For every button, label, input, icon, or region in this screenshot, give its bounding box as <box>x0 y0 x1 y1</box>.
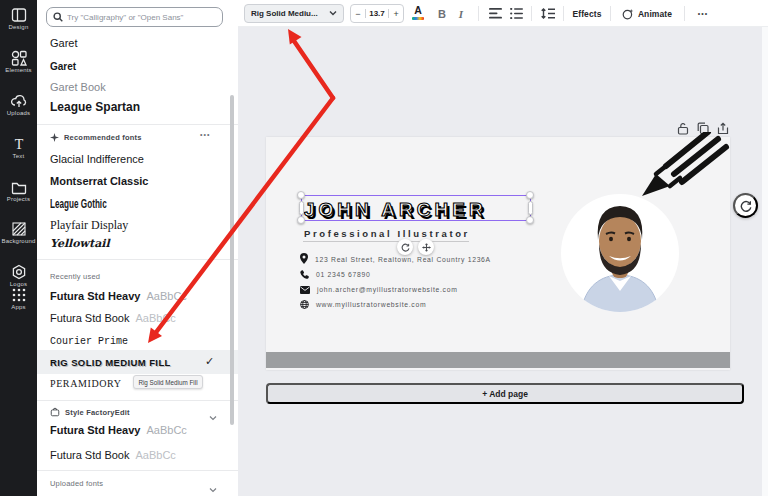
rotate-handle[interactable] <box>397 239 413 255</box>
svg-text:T: T <box>14 137 23 152</box>
selection-side-handle[interactable] <box>528 201 533 215</box>
sidebar-item-label: Uploads <box>0 110 37 116</box>
font-row-garet[interactable]: Garet <box>50 37 78 49</box>
move-handle[interactable] <box>418 239 434 255</box>
font-row-futura-book-kit[interactable]: Futura Std BookAaBbCc <box>50 449 176 461</box>
font-size-increase-button[interactable]: + <box>389 9 403 19</box>
upload-cloud-icon <box>0 93 37 109</box>
rainbow-bar <box>412 17 424 20</box>
font-size-stepper: − 13.7 + <box>350 4 404 23</box>
font-sample: AaBbCc <box>136 312 176 324</box>
background-icon <box>0 221 37 237</box>
recommended-fonts-header: Recommended fonts <box>50 133 142 142</box>
font-row-futura-book[interactable]: Futura Std BookAaBbCc <box>50 312 176 324</box>
chevron-down-icon[interactable] <box>209 407 217 425</box>
selection-handle[interactable] <box>526 216 534 224</box>
sidebar-item-label: Apps <box>0 304 37 310</box>
canvas-scrollbar-track[interactable] <box>762 27 768 496</box>
font-row-rig-solid-selected[interactable]: RIG SOLID MEDIUM FILL ✓ <box>37 350 238 374</box>
font-row-yellowtail[interactable]: Yellowtail <box>50 237 110 250</box>
selection-side-handle[interactable] <box>299 201 304 215</box>
text-align-button[interactable] <box>486 4 504 23</box>
chevron-down-icon[interactable] <box>209 479 217 496</box>
app-sidebar: Design Elements Uploads T Text Projects … <box>0 0 37 496</box>
style-kit-header[interactable]: Style FactoryEdit <box>50 407 130 417</box>
font-sample: AaBbCc <box>146 290 186 302</box>
recommended-more-button[interactable]: ••• <box>200 131 210 138</box>
sidebar-item-uploads[interactable]: Uploads <box>0 93 37 116</box>
sync-button[interactable] <box>733 193 758 218</box>
divider <box>610 6 611 21</box>
font-size-value[interactable]: 13.7 <box>365 9 389 18</box>
bullet-list-button[interactable] <box>507 4 525 23</box>
more-options-button[interactable]: ••• <box>690 4 716 23</box>
globe-icon <box>300 295 309 313</box>
recently-used-header: Recently used <box>50 272 100 281</box>
font-search-input[interactable] <box>67 13 216 22</box>
font-row-garet-book[interactable]: Garet Book <box>50 81 106 93</box>
profile-photo[interactable] <box>561 194 679 312</box>
spacing-button[interactable] <box>538 4 558 23</box>
contact-row-website[interactable]: www.myillustratorwebsite.com <box>300 295 426 313</box>
font-row-playfair-display[interactable]: Playfair Display <box>50 218 128 233</box>
font-row-futura-heavy[interactable]: Futura Std HeavyAaBbCc <box>50 290 187 302</box>
animate-button[interactable]: Animate <box>616 4 678 23</box>
design-icon <box>0 7 37 23</box>
animate-icon <box>622 8 634 20</box>
font-size-decrease-button[interactable]: − <box>351 9 365 19</box>
font-sample: AaBbCc <box>146 424 186 436</box>
divider <box>37 470 238 471</box>
divider <box>37 124 238 125</box>
uploaded-fonts-header[interactable]: Uploaded fonts <box>50 479 103 488</box>
add-page-button[interactable]: + Add page <box>266 383 744 404</box>
brand-kit-icon <box>50 407 60 417</box>
font-panel: Garet Garet Garet Book League Spartan Re… <box>37 0 238 496</box>
folder-icon <box>0 179 37 195</box>
text-color-button[interactable]: A <box>410 4 426 23</box>
divider <box>478 6 479 21</box>
font-row-peramidory[interactable]: PERAMIDORY <box>50 378 122 389</box>
effects-button[interactable]: Effects <box>569 4 605 23</box>
sidebar-item-logos[interactable]: Logos <box>0 264 37 287</box>
sidebar-item-label: Background <box>0 238 37 244</box>
sidebar-item-projects[interactable]: Projects <box>0 179 37 202</box>
sidebar-item-label: Projects <box>0 196 37 202</box>
selection-handle[interactable] <box>297 191 305 199</box>
panel-scrollbar[interactable] <box>230 95 234 425</box>
selection-handle[interactable] <box>526 191 534 199</box>
pencil-doodle[interactable] <box>636 132 736 204</box>
font-row-glacial-indifference[interactable]: Glacial Indifference <box>50 153 144 165</box>
font-row-garet-bold[interactable]: Garet <box>50 61 76 72</box>
font-row-montserrat-classic[interactable]: Montserrat Classic <box>50 175 148 187</box>
selection-handle[interactable] <box>297 216 305 224</box>
font-row-courier-prime[interactable]: Courier Prime <box>50 336 128 347</box>
font-row-league-gothic[interactable]: League Gothic <box>50 197 107 211</box>
divider <box>37 400 238 401</box>
card-bottom-bar <box>266 352 730 368</box>
font-row-league-spartan[interactable]: League Spartan <box>50 100 140 114</box>
search-icon <box>53 8 63 26</box>
divider <box>37 259 238 260</box>
chevron-down-icon <box>329 9 337 18</box>
sidebar-item-apps[interactable]: Apps <box>0 287 37 310</box>
refresh-icon <box>740 200 752 212</box>
bold-button[interactable]: B <box>435 4 449 23</box>
font-tooltip: Rig Solid Medium Fill <box>133 375 203 389</box>
logos-icon <box>0 264 37 280</box>
font-row-futura-heavy-kit[interactable]: Futura Std HeavyAaBbCc <box>50 424 187 436</box>
card-title-text[interactable]: Professional Illustrator <box>304 228 470 239</box>
checkmark-icon: ✓ <box>205 355 214 368</box>
card-divider-line <box>303 241 469 242</box>
italic-button[interactable]: I <box>454 4 468 23</box>
sidebar-item-design[interactable]: Design <box>0 7 37 30</box>
text-icon: T <box>0 136 37 152</box>
divider <box>563 6 564 21</box>
font-family-dropdown[interactable]: Rig Solid Mediu... <box>244 4 344 23</box>
portrait-illustration <box>561 194 679 312</box>
sidebar-item-background[interactable]: Background <box>0 221 37 244</box>
font-search-box[interactable] <box>46 7 223 27</box>
sparkle-icon <box>50 133 59 142</box>
text-selection-box[interactable] <box>301 195 531 221</box>
sidebar-item-text[interactable]: T Text <box>0 136 37 159</box>
sidebar-item-elements[interactable]: Elements <box>0 50 37 73</box>
